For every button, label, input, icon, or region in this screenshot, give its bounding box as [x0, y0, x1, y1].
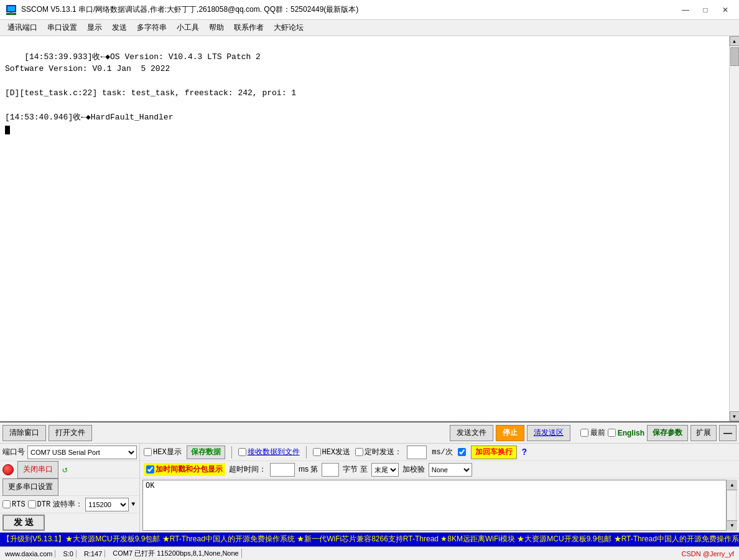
add-crlf-button[interactable]: 加回车换行 [471, 446, 517, 459]
menu-multistring[interactable]: 多字符串 [132, 21, 172, 34]
r-counter: R:147 [81, 550, 105, 558]
suffix-select[interactable]: 末尾 首部 [371, 463, 399, 477]
maximize-button[interactable]: □ [697, 3, 714, 17]
send-text-input[interactable]: OK [142, 480, 727, 531]
minus-button[interactable]: — [719, 425, 737, 441]
scroll-up-arrow[interactable]: ▲ [730, 36, 740, 46]
byte-num-input[interactable]: 1 [322, 463, 339, 477]
last-front-label[interactable]: 最前 [580, 427, 605, 438]
hex-display-checkbox[interactable] [144, 448, 152, 456]
left-port-column: 端口号 COM7 USB Serial Port 关闭串口 ↺ 更多串口设置 [0, 444, 140, 532]
menu-display[interactable]: 显示 [82, 21, 107, 34]
menu-send[interactable]: 发送 [107, 21, 132, 34]
terminal-line-1: [14:53:39.933]收←◆OS Version: V10.4.3 LTS… [5, 52, 296, 123]
timeout-input[interactable]: 20 [270, 463, 295, 477]
close-port-button[interactable]: 关闭串口 [17, 461, 58, 478]
svg-rect-3 [10, 12, 12, 14]
menu-comport[interactable]: 通讯端口 [2, 21, 42, 34]
timed-send-label[interactable]: 定时发送： [355, 447, 402, 457]
close-button[interactable]: ✕ [717, 3, 734, 17]
right-settings-column: HEX显示 保存数据 接收数据到文件 HEX发送 定时发送： 10 [140, 444, 739, 532]
ms-per-label: ms/次 [432, 447, 453, 457]
website-status: www.daxia.com [2, 550, 55, 558]
send-row: 发 送 [0, 513, 139, 532]
hex-send-checkbox[interactable] [313, 448, 321, 456]
port-select[interactable]: COM7 USB Serial Port [27, 446, 137, 459]
port-status-indicator [2, 464, 14, 475]
dtr-checkbox[interactable] [28, 500, 36, 508]
add-crlf-checkbox[interactable] [458, 448, 466, 456]
bottom-area: 清除窗口 打开文件 发送文件 停止 清发送区 最前 English 保存参数 扩… [0, 421, 739, 533]
status-bar: www.daxia.com S:0 R:147 COM7 已打开 115200b… [0, 546, 739, 560]
ms-label2: ms 第 [299, 464, 318, 475]
dtr-label[interactable]: DTR [28, 500, 51, 509]
checksum-select[interactable]: None CRC16 LRC XOR [429, 463, 472, 477]
terminal-output[interactable]: [14:53:39.933]收←◆OS Version: V10.4.3 LTS… [0, 36, 739, 421]
cursor [5, 126, 10, 134]
hex-options-row: HEX显示 保存数据 接收数据到文件 HEX发送 定时发送： 10 [140, 444, 739, 461]
save-params-button[interactable]: 保存参数 [647, 425, 688, 441]
minimize-button[interactable]: — [677, 3, 694, 17]
add-crlf-outer[interactable] [458, 448, 466, 456]
recv-to-file-checkbox[interactable] [238, 448, 246, 456]
baud-rate-label: 波特率： [53, 499, 83, 510]
more-port-row: 更多串口设置 [0, 478, 139, 496]
rts-checkbox[interactable] [2, 500, 11, 508]
menu-tools[interactable]: 小工具 [172, 21, 204, 34]
byte-label: 字节 至 [343, 464, 367, 475]
port-info-status: COM7 已打开 115200bps,8,1,None,None [110, 549, 241, 558]
timestamp-checkbox[interactable] [146, 465, 154, 474]
send-area-scrollbar[interactable]: ▲ ▼ [727, 480, 737, 531]
send-button[interactable]: 发 送 [2, 515, 45, 531]
timed-send-checkbox[interactable] [355, 448, 363, 456]
menu-help[interactable]: 帮助 [204, 21, 229, 34]
english-checkbox[interactable] [608, 429, 616, 437]
send-scroll-down[interactable]: ▼ [727, 520, 737, 530]
scroll-down-arrow[interactable]: ▼ [730, 411, 740, 421]
scrollbar[interactable]: ▲ ▼ [729, 36, 739, 421]
menu-forum[interactable]: 大虾论坛 [269, 21, 309, 34]
stop-button[interactable]: 停止 [496, 425, 524, 441]
window-title: SSCOM V5.13.1 串口/网络数据调试器,作者:大虾丁丁,2618058… [21, 4, 677, 15]
menu-serial-settings[interactable]: 串口设置 [42, 21, 82, 34]
app-icon [5, 4, 17, 16]
hex-display-label[interactable]: HEX显示 [144, 447, 182, 457]
csdn-label: CSDN @Jerry_yf [679, 550, 737, 558]
open-file-button[interactable]: 打开文件 [49, 425, 92, 441]
clear-send-button[interactable]: 清发送区 [527, 425, 570, 441]
send-file-button[interactable]: 发送文件 [450, 425, 493, 441]
rts-label[interactable]: RTS [2, 500, 26, 509]
port-row: 端口号 COM7 USB Serial Port [0, 444, 139, 461]
recv-to-file-label[interactable]: 接收数据到文件 [238, 447, 300, 457]
s-counter: S:0 [60, 550, 77, 558]
close-port-row: 关闭串口 ↺ [0, 461, 139, 478]
port-label: 端口号 [2, 447, 25, 457]
help-question-mark[interactable]: ? [522, 447, 527, 457]
scroll-track[interactable] [730, 46, 739, 411]
english-label[interactable]: English [608, 429, 644, 437]
send-scroll-track[interactable] [727, 490, 736, 520]
save-data-button[interactable]: 保存数据 [187, 446, 225, 459]
title-bar: SSCOM V5.13.1 串口/网络数据调试器,作者:大虾丁丁,2618058… [0, 0, 739, 20]
timestamp-row: 加时间戳和分包显示 超时时间： 20 ms 第 1 字节 至 末尾 首部 加校验… [140, 461, 739, 478]
timeout-label: 超时时间： [229, 464, 266, 475]
rts-dtr-row: RTS DTR 波特率： 9600 19200 38400 57600 1152… [0, 496, 139, 513]
refresh-icon[interactable]: ↺ [62, 464, 67, 475]
ticker-bar: 【升级到V5.13.1】★大资源MCU开发板9.9包邮 ★RT-Thread中国… [0, 533, 739, 546]
checksum-label: 加校验 [402, 464, 425, 475]
timed-send-value[interactable]: 10 [407, 446, 427, 459]
baud-rate-select[interactable]: 9600 19200 38400 57600 115200 230400 [85, 498, 129, 511]
last-front-checkbox[interactable] [580, 429, 588, 437]
hex-send-label[interactable]: HEX发送 [313, 447, 351, 457]
menu-contact[interactable]: 联系作者 [229, 21, 269, 34]
more-port-button[interactable]: 更多串口设置 [2, 478, 58, 496]
scroll-thumb[interactable] [730, 47, 739, 66]
expand-button[interactable]: 扩展 [690, 425, 717, 441]
send-scroll-up[interactable]: ▲ [727, 480, 737, 490]
svg-rect-1 [7, 6, 15, 11]
port-send-rows: 端口号 COM7 USB Serial Port 关闭串口 ↺ 更多串口设置 [0, 444, 739, 533]
window-controls: — □ ✕ [677, 3, 734, 17]
baud-dropdown-arrow: ▼ [131, 501, 135, 508]
clear-window-button[interactable]: 清除窗口 [2, 425, 46, 441]
timestamp-label[interactable]: 加时间戳和分包显示 [144, 463, 225, 476]
